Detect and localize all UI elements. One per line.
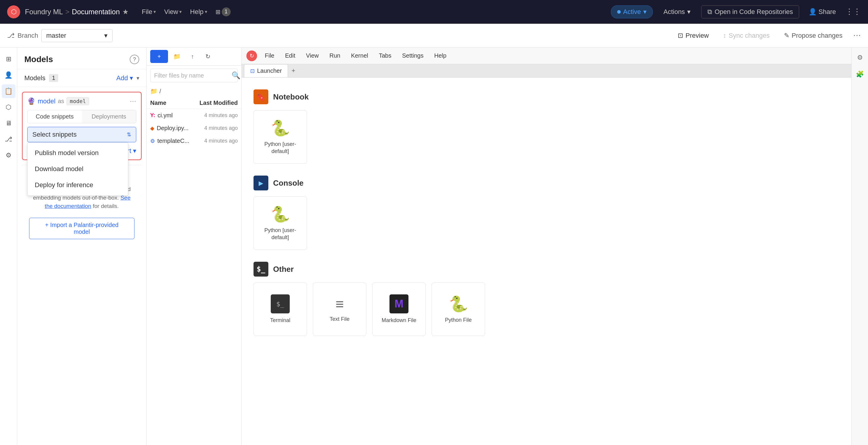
jupyter-run-menu[interactable]: Run — [324, 50, 346, 61]
python-file-card[interactable]: 🐍 Python File — [432, 283, 485, 336]
search-input[interactable] — [154, 72, 229, 79]
terminal-icon: $_ — [271, 294, 290, 314]
add-arrow: ▾ — [130, 74, 133, 82]
model-name-section: 🔮 model as model — [27, 97, 89, 105]
status-badge[interactable]: Active ▾ — [611, 5, 653, 19]
python-logo-icon: 🐍 — [271, 119, 290, 137]
notebook-section: 🔖 Notebook 🐍 Python [user-default] — [253, 89, 839, 164]
rs-puzzle-icon[interactable]: 🧩 — [854, 68, 867, 81]
other-section: $_ Other $_ Terminal ≡ Text File M Markd… — [253, 262, 839, 336]
preview-button[interactable]: ⊡ Preview — [674, 30, 712, 41]
add-tab-button[interactable]: + — [288, 65, 299, 76]
jupyter-tabs-menu[interactable]: Tabs — [373, 50, 397, 61]
sidebar-icon-grid[interactable]: ⊞ — [2, 52, 16, 66]
model-as-label: as — [58, 98, 64, 105]
header-menus: File ▾ View ▾ Help ▾ ⊞ 1 — [138, 6, 234, 18]
launcher-tab[interactable]: ⊡ Launcher — [244, 64, 288, 77]
markdown-label: Markdown File — [381, 317, 416, 324]
icon-sidebar: ⊞ 👤 📋 ⬡ 🖥 ⎇ ⚙ — [0, 48, 17, 445]
python-console-icon: 🐍 — [271, 205, 290, 224]
status-arrow: ▾ — [643, 8, 647, 16]
second-toolbar: ⎇ Branch master ▾ ⊡ Preview ↕ Sync chang… — [0, 24, 868, 48]
sidebar-icon-layers[interactable]: ⬡ — [2, 100, 16, 114]
jupyter-view-menu[interactable]: View — [301, 50, 324, 61]
sidebar-icon-monitor[interactable]: 🖥 — [2, 116, 16, 130]
actions-button[interactable]: Actions ▾ — [657, 6, 696, 18]
file-item-deploy[interactable]: ◆ Deploy.ipy... 4 minutes ago — [147, 122, 241, 135]
models-header: Models ? — [17, 48, 146, 69]
select-snippets-dropdown[interactable]: Select snippets ⇅ — [27, 127, 136, 142]
add-model-button[interactable]: Add ▾ — [116, 74, 133, 82]
import-palantir-button[interactable]: + Import a Palantir-provided model — [29, 218, 134, 239]
download-model-item[interactable]: Download model — [28, 161, 128, 177]
models-content: 🔮 model as model ⋯ Code snippets Deploym… — [17, 87, 146, 445]
rs-gear-icon[interactable]: ⚙ — [854, 51, 867, 64]
col-modified: Last Modified — [199, 99, 238, 106]
model-link[interactable]: model — [38, 97, 56, 105]
view-menu[interactable]: View ▾ — [161, 6, 185, 18]
jupyter-settings-menu[interactable]: Settings — [397, 50, 429, 61]
file-item-ci[interactable]: Y: ci.yml 4 minutes ago — [147, 109, 241, 122]
branch-label: Branch — [18, 32, 38, 39]
jupyter-file-menu[interactable]: File — [259, 50, 280, 61]
expand-button[interactable]: ▾ — [136, 75, 139, 81]
jupyter-menubar: ↻ File Edit View Run Kernel Tabs Setting… — [242, 48, 851, 64]
upload-arrow-button[interactable]: ↑ — [186, 50, 199, 63]
notebook-icon: ◆ — [150, 125, 154, 131]
import-arrow: ▾ — [133, 147, 136, 155]
refresh-button[interactable]: ↻ — [201, 50, 214, 63]
top-header: ⬡ Foundry ML > Documentation ★ File ▾ Vi… — [0, 0, 868, 24]
file-name-template: templateC... — [157, 138, 189, 144]
help-icon[interactable]: ? — [130, 55, 139, 64]
propose-button[interactable]: ✎ Propose changes — [780, 30, 846, 41]
python-console-card[interactable]: 🐍 Python [user-default] — [253, 196, 307, 250]
python-file-icon: 🐍 — [449, 295, 468, 313]
grid-icon[interactable]: ⋮⋮ — [845, 7, 861, 16]
share-label: Share — [818, 8, 836, 16]
branch-select[interactable]: master ▾ — [41, 29, 113, 42]
sync-button[interactable]: ↕ Sync changes — [720, 30, 773, 41]
textfile-icon: ≡ — [336, 296, 344, 312]
sidebar-icon-git[interactable]: ⎇ — [2, 132, 16, 146]
code-snippets-tab[interactable]: Code snippets — [28, 110, 82, 123]
sync-label: Sync changes — [729, 32, 770, 39]
open-code-button[interactable]: ⧉ Open in Code Repositories — [701, 5, 799, 19]
new-file-button[interactable]: + — [150, 50, 168, 63]
more-options-button[interactable]: ⋯ — [853, 31, 861, 40]
textfile-label: Text File — [330, 316, 349, 323]
star-icon[interactable]: ★ — [122, 8, 129, 16]
jupyter-help-menu[interactable]: Help — [429, 50, 452, 61]
jupyter-toolbar: + 📁 ↑ ↻ — [147, 48, 241, 66]
open-code-label: Open in Code Repositories — [715, 8, 793, 16]
file-name-deploy: Deploy.ipy... — [157, 125, 188, 131]
terminal-card[interactable]: $_ Terminal — [253, 283, 307, 336]
sidebar-icon-book[interactable]: 📋 — [2, 84, 16, 98]
other-section-title: $_ Other — [253, 262, 839, 276]
apps-icon[interactable]: ⊞ 1 — [212, 6, 234, 18]
add-label: Add — [116, 74, 128, 82]
deployments-tab[interactable]: Deployments — [82, 110, 136, 123]
file-time-deploy: 4 minutes ago — [204, 125, 238, 131]
console-title: Console — [273, 179, 304, 188]
file-item-template[interactable]: ⚙ templateC... 4 minutes ago — [147, 135, 241, 147]
jupyter-edit-menu[interactable]: Edit — [280, 50, 301, 61]
textfile-card[interactable]: ≡ Text File — [313, 283, 366, 336]
doc-title: Documentation — [72, 8, 120, 16]
upload-button[interactable]: 📁 — [170, 50, 183, 63]
toolbar-right: ⊡ Preview ↕ Sync changes ✎ Propose chang… — [674, 30, 861, 41]
deploy-inference-item[interactable]: Deploy for inference — [28, 177, 128, 193]
help-menu[interactable]: Help ▾ — [186, 6, 211, 18]
sidebar-icon-settings[interactable]: ⚙ — [2, 149, 16, 162]
models-title: Models — [24, 55, 53, 64]
share-button[interactable]: 👤 Share — [804, 6, 841, 18]
branch-value: master — [46, 32, 66, 39]
publish-model-item[interactable]: Publish model version — [28, 145, 128, 161]
breadcrumb-sep: > — [65, 8, 69, 16]
jupyter-kernel-menu[interactable]: Kernel — [345, 50, 373, 61]
markdown-card[interactable]: M Markdown File — [372, 283, 426, 336]
file-menu[interactable]: File ▾ — [138, 6, 159, 18]
models-count-section: Models 1 — [24, 74, 58, 82]
python-notebook-card[interactable]: 🐍 Python [user-default] — [253, 110, 307, 164]
model-more-dots[interactable]: ⋯ — [130, 97, 136, 105]
sidebar-icon-user[interactable]: 👤 — [2, 68, 16, 82]
